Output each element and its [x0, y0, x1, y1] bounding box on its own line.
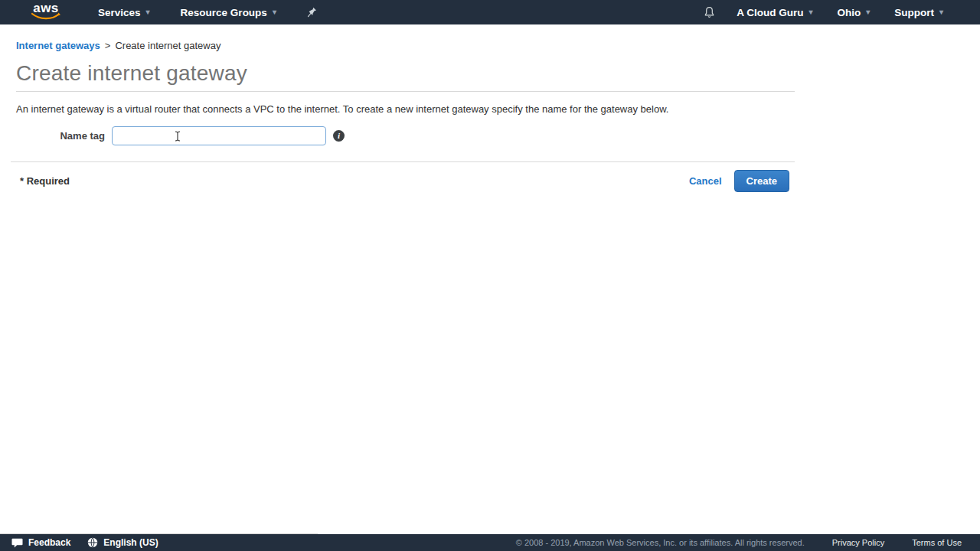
services-menu[interactable]: Services ▾: [98, 7, 150, 18]
account-menu[interactable]: A Cloud Guru ▾: [737, 7, 812, 18]
notifications-button[interactable]: [704, 6, 715, 19]
name-tag-label: Name tag: [0, 130, 105, 142]
breadcrumb-current: Create internet gateway: [115, 40, 220, 51]
cancel-button[interactable]: Cancel: [689, 175, 722, 187]
privacy-policy-link[interactable]: Privacy Policy: [832, 538, 884, 547]
name-tag-form-row: Name tag i: [0, 126, 980, 145]
top-navbar: aws Services ▾ Resource Groups ▾: [0, 0, 980, 24]
chevron-down-icon: ▾: [273, 8, 276, 16]
breadcrumb-internet-gateways-link[interactable]: Internet gateways: [16, 40, 100, 51]
services-menu-label: Services: [98, 7, 141, 18]
breadcrumb: Internet gateways > Create internet gate…: [16, 40, 980, 51]
feedback-label: Feedback: [28, 537, 70, 548]
aws-logo-text: aws: [29, 3, 63, 14]
feedback-bubble-icon: [11, 538, 23, 548]
region-menu[interactable]: Ohio ▾: [837, 7, 870, 18]
globe-icon: [87, 537, 98, 548]
language-button[interactable]: English (US): [87, 537, 158, 548]
required-note: * Required: [20, 175, 70, 187]
page-description: An internet gateway is a virtual router …: [16, 103, 980, 115]
account-menu-label: A Cloud Guru: [737, 7, 803, 18]
chevron-down-icon: ▾: [866, 8, 870, 16]
bell-icon: [704, 6, 715, 19]
breadcrumb-separator: >: [105, 40, 111, 51]
chevron-down-icon: ▾: [939, 8, 943, 16]
feedback-button[interactable]: Feedback: [11, 537, 70, 548]
pushpin-icon: [307, 7, 317, 18]
language-label: English (US): [103, 537, 158, 548]
page-title: Create internet gateway: [16, 61, 980, 86]
support-menu-label: Support: [894, 7, 934, 18]
form-actions-bar: * Required Cancel Create: [0, 162, 795, 192]
footer-bar: Feedback English (US) © 2008 - 2019, Ama…: [0, 534, 980, 551]
info-icon[interactable]: i: [333, 130, 345, 142]
resource-groups-menu-label: Resource Groups: [181, 7, 267, 18]
support-menu[interactable]: Support ▾: [894, 7, 943, 18]
chevron-down-icon: ▾: [808, 8, 812, 16]
aws-logo[interactable]: aws: [29, 3, 63, 21]
create-button[interactable]: Create: [734, 170, 789, 192]
terms-of-use-link[interactable]: Terms of Use: [912, 538, 962, 547]
resource-groups-menu[interactable]: Resource Groups ▾: [181, 7, 276, 18]
copyright-text: © 2008 - 2019, Amazon Web Services, Inc.…: [516, 538, 805, 547]
title-divider: [16, 91, 795, 92]
name-tag-input[interactable]: [112, 126, 326, 145]
pin-shortcuts-button[interactable]: [307, 7, 317, 18]
chevron-down-icon: ▾: [146, 8, 150, 16]
main-content: Internet gateways > Create internet gate…: [0, 24, 980, 192]
region-menu-label: Ohio: [837, 7, 861, 18]
